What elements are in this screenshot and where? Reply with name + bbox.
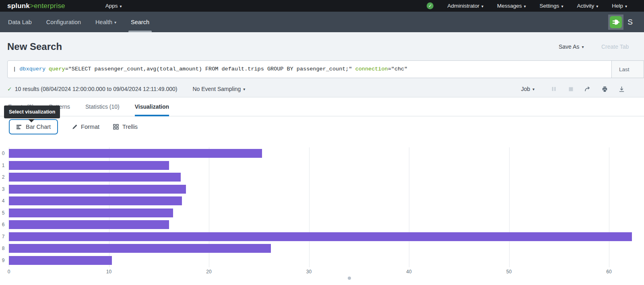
nav-item-health[interactable]: Health ▾ xyxy=(95,12,116,32)
query-arg-value: "chc" xyxy=(391,66,408,72)
topbar-right: ✓ Administrator ▾ Messages ▾ Settings ▾ … xyxy=(427,2,644,9)
chevron-down-icon: ▾ xyxy=(561,4,563,8)
chevron-down-icon: ▾ xyxy=(524,4,526,8)
splunk-logo: splunk>enterprise xyxy=(7,2,65,10)
format-button[interactable]: Format xyxy=(72,124,99,130)
chart-type-label: Bar Chart xyxy=(26,124,51,130)
x-axis-tick-label: 10 xyxy=(106,269,111,275)
y-axis-tick-label: 0 xyxy=(0,151,6,156)
bar-9[interactable] xyxy=(9,256,112,265)
stop-icon[interactable] xyxy=(568,86,574,92)
bar-7[interactable] xyxy=(9,232,632,241)
help-menu-label: Help xyxy=(612,3,623,9)
activity-menu-label: Activity xyxy=(577,3,594,9)
check-glyph: ✓ xyxy=(428,3,432,8)
y-axis-tick-label: 1 xyxy=(0,163,6,168)
bar-3[interactable] xyxy=(9,185,186,194)
bar-6[interactable] xyxy=(9,220,169,229)
chevron-down-icon: ▾ xyxy=(481,4,483,8)
bar-4[interactable] xyxy=(9,196,182,205)
query-arg-value: "SELECT passenger_count,avg(total_amount… xyxy=(68,66,352,72)
y-axis-tick-label: 9 xyxy=(0,258,6,263)
bar-5[interactable] xyxy=(9,209,173,217)
gridline xyxy=(309,147,310,267)
tab-visualization[interactable]: Visualization xyxy=(135,97,169,116)
pause-icon[interactable] xyxy=(551,86,557,92)
bar-chart-icon xyxy=(16,124,22,130)
bar-2[interactable] xyxy=(9,173,181,182)
page-header: New Search Save As ▾ Create Tab xyxy=(0,32,644,60)
job-menu[interactable]: Job ▾ xyxy=(521,86,535,92)
query-eq: = xyxy=(388,66,391,72)
logo-splunk-text: splunk xyxy=(7,2,30,10)
share-icon[interactable] xyxy=(584,86,591,92)
y-axis-tick-label: 8 xyxy=(0,246,6,251)
bar-1[interactable] xyxy=(9,161,169,170)
create-table-button[interactable]: Create Tab xyxy=(601,43,629,50)
chevron-down-icon: ▾ xyxy=(596,4,598,8)
help-menu[interactable]: Help ▾ xyxy=(612,3,627,9)
nav-item-search[interactable]: Search xyxy=(131,12,149,32)
messages-menu[interactable]: Messages ▾ xyxy=(497,3,526,9)
search-query-input[interactable]: | dbxquery query="SELECT passenger_count… xyxy=(8,61,611,78)
settings-menu[interactable]: Settings ▾ xyxy=(540,3,564,9)
query-command: dbxquery xyxy=(19,66,45,72)
query-arg-key: query xyxy=(45,66,65,72)
nav-item-label: Data Lab xyxy=(8,19,32,25)
job-controls: Job ▾ xyxy=(521,86,644,92)
bar-0[interactable] xyxy=(9,149,262,158)
nav-item-configuration[interactable]: Configuration xyxy=(46,12,81,32)
settings-menu-label: Settings xyxy=(540,3,559,9)
x-axis-tick-label: 30 xyxy=(306,269,312,275)
print-icon[interactable] xyxy=(601,86,608,92)
tab-label: Statistics (10) xyxy=(85,103,120,110)
x-axis-tick-label: 50 xyxy=(506,269,512,275)
bar-chart: 0123456789 0102030405060 xyxy=(0,147,644,280)
apps-menu-label: Apps xyxy=(105,3,118,9)
chevron-down-icon: ▾ xyxy=(533,87,535,91)
db-connect-app-icon[interactable] xyxy=(608,14,623,30)
gridline xyxy=(609,147,609,267)
chart-x-axis: 0102030405060 xyxy=(9,269,644,275)
nav-item-data-lab[interactable]: Data Lab xyxy=(8,12,32,32)
chevron-down-icon: ▾ xyxy=(582,45,584,49)
top-bar: splunk>enterprise Apps ▾ ✓ Administrator… xyxy=(0,0,644,12)
administrator-menu[interactable]: Administrator ▾ xyxy=(447,3,483,9)
save-as-label: Save As xyxy=(559,43,579,50)
download-icon[interactable] xyxy=(618,86,625,92)
activity-menu[interactable]: Activity ▾ xyxy=(577,3,598,9)
save-as-button[interactable]: Save As ▾ xyxy=(559,43,584,50)
trellis-button[interactable]: Trellis xyxy=(113,124,138,130)
bar-8[interactable] xyxy=(9,244,271,253)
administrator-menu-label: Administrator xyxy=(447,3,479,9)
query-arg-key: connection xyxy=(352,66,388,72)
results-tabs: Events (0) Patterns Statistics (10) Visu… xyxy=(0,97,644,116)
gridline xyxy=(509,147,510,267)
query-pipe: | xyxy=(13,66,19,72)
appbar-right: S xyxy=(608,14,644,30)
chart-plot-area xyxy=(9,147,644,268)
query-eq: = xyxy=(65,66,68,72)
x-axis-tick-label: 20 xyxy=(206,269,211,275)
nav-item-label: Health xyxy=(95,19,112,25)
chevron-down-icon: ▾ xyxy=(114,21,116,25)
y-axis-tick-label: 6 xyxy=(0,222,6,227)
carousel-dot[interactable] xyxy=(348,277,351,280)
x-axis-tick-label: 40 xyxy=(406,269,411,275)
y-axis-tick-label: 3 xyxy=(0,186,6,192)
gridline xyxy=(409,147,409,267)
y-axis-tick-label: 7 xyxy=(0,234,6,240)
event-sampling-dropdown[interactable]: No Event Sampling ▾ xyxy=(192,86,245,92)
job-menu-label: Job xyxy=(521,86,530,92)
y-axis-tick-label: 4 xyxy=(0,198,6,204)
time-range-picker[interactable]: Last xyxy=(611,61,644,78)
nav-item-label: Search xyxy=(131,19,149,25)
x-axis-tick-label: 0 xyxy=(8,269,10,275)
apps-menu[interactable]: Apps ▾ xyxy=(105,3,122,9)
nav-item-label: Configuration xyxy=(46,19,81,25)
tab-label: Visualization xyxy=(135,103,169,110)
health-check-icon[interactable]: ✓ xyxy=(427,2,433,9)
x-axis-tick-label: 60 xyxy=(606,269,611,275)
tab-statistics[interactable]: Statistics (10) xyxy=(85,97,120,116)
results-count-text: 10 results (08/04/2024 12:00:00.000 to 0… xyxy=(15,86,178,92)
